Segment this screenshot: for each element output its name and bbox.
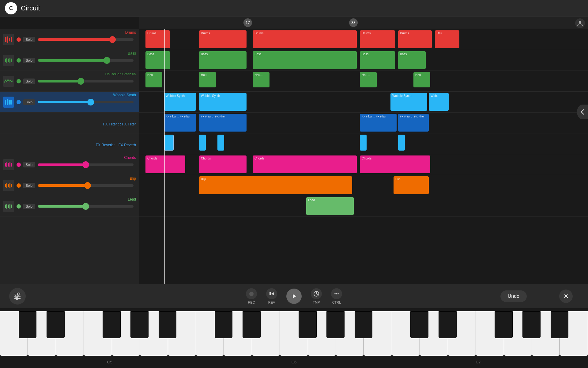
chords-clip-4[interactable]: Chords <box>360 155 430 173</box>
bass-clip-1[interactable]: Bass <box>145 51 170 69</box>
black-key-Cs6[interactable] <box>215 311 233 338</box>
bass-clip-3[interactable]: Bass <box>253 51 357 69</box>
bass-solo-button[interactable]: Solo <box>23 58 35 63</box>
bass-volume-slider[interactable] <box>38 59 134 62</box>
lead-track-label: Lead <box>128 197 136 201</box>
app-logo[interactable]: C <box>5 2 17 14</box>
chords-clip-3[interactable]: Chords <box>253 155 357 173</box>
piano-key-C7[interactable] <box>392 311 420 356</box>
drums-clip-2[interactable]: Drums <box>199 30 247 48</box>
black-key-As7[interactable] <box>551 311 569 338</box>
wobble-solo-button[interactable]: Solo <box>23 99 35 105</box>
wobble-clip-1[interactable]: Wobble Synth <box>164 93 196 111</box>
rev-button[interactable]: REV <box>266 288 277 304</box>
ctrl-button[interactable]: CTRL <box>331 288 342 304</box>
timeline-marker-17[interactable]: 17 <box>243 18 252 27</box>
drums-clip-4[interactable]: Drums <box>360 30 395 48</box>
content-row-drums[interactable]: Drums Drums Drums Drums Drums Dru... <box>139 29 588 50</box>
housegen-clip-2[interactable]: Hou... <box>199 72 216 87</box>
black-key-Ds7[interactable] <box>439 311 457 338</box>
drums-clip-3[interactable]: Drums <box>253 30 357 48</box>
black-key-As5[interactable] <box>159 311 177 338</box>
chords-solo-button[interactable]: Solo <box>23 162 35 167</box>
lead-volume-slider[interactable] <box>38 205 134 208</box>
blip-clip-2[interactable]: Blip <box>394 176 429 194</box>
black-key-Ds5[interactable] <box>47 311 65 338</box>
drums-clip-5[interactable]: Drums <box>398 30 432 48</box>
housegen-volume-slider[interactable] <box>38 80 134 82</box>
lead-clip-1[interactable]: Lead <box>306 197 354 215</box>
content-row-housegen[interactable]: Hou... Hou... Hou... Hou... Hou... <box>139 71 588 92</box>
content-row-blip[interactable]: Blip Blip <box>139 175 588 196</box>
track-content-area[interactable]: Drums Drums Drums Drums Drums Dru... Bas… <box>139 29 588 284</box>
piano-key-C6[interactable] <box>196 311 224 356</box>
wobble-volume-slider[interactable] <box>38 101 134 103</box>
housegen-solo-button[interactable]: Solo <box>23 79 35 84</box>
fx-reverb-clip-2[interactable] <box>199 135 206 151</box>
black-key-Gs7[interactable] <box>522 311 541 338</box>
fx-reverb-clip-1[interactable] <box>164 135 174 151</box>
bass-clip-2[interactable]: Bass <box>199 51 247 69</box>
piano-key-F7[interactable] <box>476 311 504 356</box>
wobble-clip-4[interactable]: Wob... <box>429 93 449 111</box>
fx-filter-clip-4[interactable]: FX Filter : : FX Filter <box>398 114 429 132</box>
piano-key-C5[interactable] <box>0 311 28 356</box>
avatar-circle[interactable] <box>575 18 585 28</box>
content-row-fx-reverb[interactable] <box>139 133 588 154</box>
wobble-clip-3[interactable]: Wobble Synth <box>390 93 427 111</box>
timeline-marker-33[interactable]: 33 <box>349 18 358 27</box>
fx-reverb-clip-4[interactable] <box>360 135 367 151</box>
black-key-Fs7[interactable] <box>495 311 513 338</box>
black-key-As6[interactable] <box>355 311 373 338</box>
blip-volume-slider[interactable] <box>38 184 134 187</box>
blip-icon <box>3 180 14 191</box>
close-button[interactable]: ✕ <box>559 289 573 303</box>
housegen-clip-5[interactable]: Hou... <box>413 72 430 87</box>
housegen-clip-4[interactable]: Hou... <box>360 72 377 87</box>
scroll-back-arrow[interactable] <box>577 105 588 119</box>
piano-key-F6[interactable] <box>280 311 308 356</box>
drums-volume-slider[interactable] <box>38 38 134 41</box>
lead-solo-button[interactable]: Solo <box>23 204 35 209</box>
rec-button[interactable]: REC <box>246 288 257 304</box>
fx-reverb-clip-3[interactable] <box>217 135 224 151</box>
content-row-chords[interactable]: Chords Chords Chords Chords <box>139 154 588 175</box>
housegen-clip-1[interactable]: Hou... <box>145 72 162 87</box>
mixer-button[interactable] <box>9 288 26 305</box>
content-row-bass[interactable]: Bass Bass Bass Bass Bass <box>139 50 588 71</box>
drums-solo-button[interactable]: Solo <box>23 37 35 42</box>
black-key-Fs6[interactable] <box>299 311 317 338</box>
black-key-Cs5[interactable] <box>19 311 37 338</box>
black-key-Fs5[interactable] <box>103 311 121 338</box>
tmp-button[interactable]: TMP <box>311 288 322 304</box>
black-key-Cs7[interactable] <box>410 311 428 338</box>
housegen-clip-3[interactable]: Hou... <box>253 72 270 87</box>
fx-filter-clip-2[interactable]: FX Filter : : FX Filter <box>199 114 247 132</box>
content-row-fx-filter[interactable]: FX Filter : : FX Filter FX Filter : : FX… <box>139 113 588 133</box>
drums-clip-1[interactable]: Drums <box>145 30 170 48</box>
chords-clip-1[interactable]: Chords <box>145 155 185 173</box>
black-key-Gs5[interactable] <box>130 311 149 338</box>
rec-icon <box>246 288 257 299</box>
fx-reverb-clip-5[interactable] <box>398 135 405 151</box>
piano-key-F5[interactable] <box>84 311 112 356</box>
content-row-wobble[interactable]: Wobble Synth Wobble Synth Wobble Synth W… <box>139 92 588 113</box>
black-key-Ds6[interactable] <box>243 311 261 338</box>
blip-solo-button[interactable]: Solo <box>23 183 35 188</box>
content-row-lead[interactable]: Lead <box>139 196 588 217</box>
black-key-Gs6[interactable] <box>326 311 345 338</box>
drums-clip-6[interactable]: Dru... <box>435 30 459 48</box>
track-controls: Solo Drums Solo <box>0 29 139 284</box>
svg-rect-25 <box>8 205 9 208</box>
fx-filter-clip-1[interactable]: FX Filter : : FX Filter <box>164 114 196 132</box>
bass-clip-5[interactable]: Bass <box>398 51 426 69</box>
play-button[interactable] <box>286 289 302 304</box>
chords-volume-slider[interactable] <box>38 163 134 166</box>
piano-keyboard[interactable]: .wk { flex:1; background:#f0f0f0; border… <box>0 311 588 356</box>
fx-filter-clip-3[interactable]: FX Filter : : FX Filter <box>360 114 397 132</box>
chords-clip-2[interactable]: Chords <box>199 155 247 173</box>
wobble-clip-2[interactable]: Wobble Synth <box>199 93 247 111</box>
bass-clip-4[interactable]: Bass <box>360 51 395 69</box>
undo-button[interactable]: Undo <box>500 290 527 302</box>
blip-clip-1[interactable]: Blip <box>199 176 352 194</box>
